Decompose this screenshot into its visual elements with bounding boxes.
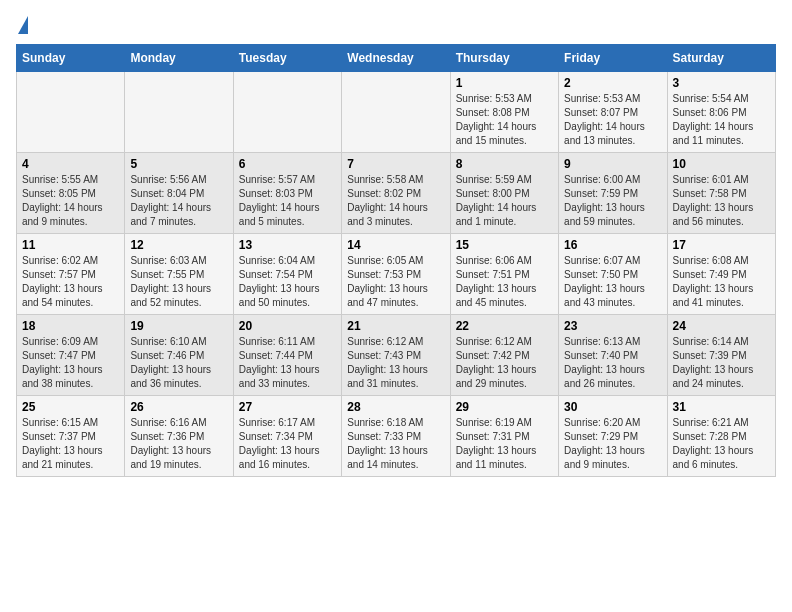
- day-number: 29: [456, 400, 553, 414]
- day-header-sunday: Sunday: [17, 45, 125, 72]
- day-info: Sunrise: 6:20 AM Sunset: 7:29 PM Dayligh…: [564, 416, 661, 472]
- calendar-week-row: 4Sunrise: 5:55 AM Sunset: 8:05 PM Daylig…: [17, 153, 776, 234]
- day-info: Sunrise: 5:53 AM Sunset: 8:07 PM Dayligh…: [564, 92, 661, 148]
- calendar-cell: 11Sunrise: 6:02 AM Sunset: 7:57 PM Dayli…: [17, 234, 125, 315]
- day-number: 11: [22, 238, 119, 252]
- logo-icon: [18, 16, 28, 34]
- day-number: 20: [239, 319, 336, 333]
- day-number: 22: [456, 319, 553, 333]
- calendar-cell: 10Sunrise: 6:01 AM Sunset: 7:58 PM Dayli…: [667, 153, 775, 234]
- day-info: Sunrise: 5:54 AM Sunset: 8:06 PM Dayligh…: [673, 92, 770, 148]
- calendar-cell: 27Sunrise: 6:17 AM Sunset: 7:34 PM Dayli…: [233, 396, 341, 477]
- day-info: Sunrise: 6:04 AM Sunset: 7:54 PM Dayligh…: [239, 254, 336, 310]
- day-info: Sunrise: 6:14 AM Sunset: 7:39 PM Dayligh…: [673, 335, 770, 391]
- day-info: Sunrise: 5:55 AM Sunset: 8:05 PM Dayligh…: [22, 173, 119, 229]
- calendar-cell: 9Sunrise: 6:00 AM Sunset: 7:59 PM Daylig…: [559, 153, 667, 234]
- logo: [16, 16, 30, 34]
- day-info: Sunrise: 6:10 AM Sunset: 7:46 PM Dayligh…: [130, 335, 227, 391]
- calendar-cell: 18Sunrise: 6:09 AM Sunset: 7:47 PM Dayli…: [17, 315, 125, 396]
- day-info: Sunrise: 5:57 AM Sunset: 8:03 PM Dayligh…: [239, 173, 336, 229]
- day-number: 1: [456, 76, 553, 90]
- day-info: Sunrise: 6:06 AM Sunset: 7:51 PM Dayligh…: [456, 254, 553, 310]
- day-number: 8: [456, 157, 553, 171]
- day-number: 13: [239, 238, 336, 252]
- calendar-cell: 14Sunrise: 6:05 AM Sunset: 7:53 PM Dayli…: [342, 234, 450, 315]
- day-header-thursday: Thursday: [450, 45, 558, 72]
- calendar-cell: 16Sunrise: 6:07 AM Sunset: 7:50 PM Dayli…: [559, 234, 667, 315]
- day-number: 16: [564, 238, 661, 252]
- day-number: 21: [347, 319, 444, 333]
- day-info: Sunrise: 6:07 AM Sunset: 7:50 PM Dayligh…: [564, 254, 661, 310]
- calendar-week-row: 25Sunrise: 6:15 AM Sunset: 7:37 PM Dayli…: [17, 396, 776, 477]
- calendar-cell: 13Sunrise: 6:04 AM Sunset: 7:54 PM Dayli…: [233, 234, 341, 315]
- calendar-week-row: 1Sunrise: 5:53 AM Sunset: 8:08 PM Daylig…: [17, 72, 776, 153]
- calendar-body: 1Sunrise: 5:53 AM Sunset: 8:08 PM Daylig…: [17, 72, 776, 477]
- day-info: Sunrise: 6:08 AM Sunset: 7:49 PM Dayligh…: [673, 254, 770, 310]
- calendar-week-row: 18Sunrise: 6:09 AM Sunset: 7:47 PM Dayli…: [17, 315, 776, 396]
- day-number: 26: [130, 400, 227, 414]
- day-info: Sunrise: 6:16 AM Sunset: 7:36 PM Dayligh…: [130, 416, 227, 472]
- day-number: 5: [130, 157, 227, 171]
- day-info: Sunrise: 5:53 AM Sunset: 8:08 PM Dayligh…: [456, 92, 553, 148]
- calendar-week-row: 11Sunrise: 6:02 AM Sunset: 7:57 PM Dayli…: [17, 234, 776, 315]
- day-number: 27: [239, 400, 336, 414]
- day-number: 19: [130, 319, 227, 333]
- day-info: Sunrise: 6:15 AM Sunset: 7:37 PM Dayligh…: [22, 416, 119, 472]
- calendar-cell: 12Sunrise: 6:03 AM Sunset: 7:55 PM Dayli…: [125, 234, 233, 315]
- day-header-friday: Friday: [559, 45, 667, 72]
- day-number: 15: [456, 238, 553, 252]
- day-number: 18: [22, 319, 119, 333]
- day-info: Sunrise: 5:59 AM Sunset: 8:00 PM Dayligh…: [456, 173, 553, 229]
- day-number: 30: [564, 400, 661, 414]
- calendar-cell: 25Sunrise: 6:15 AM Sunset: 7:37 PM Dayli…: [17, 396, 125, 477]
- day-number: 31: [673, 400, 770, 414]
- calendar-cell: 22Sunrise: 6:12 AM Sunset: 7:42 PM Dayli…: [450, 315, 558, 396]
- calendar-table: SundayMondayTuesdayWednesdayThursdayFrid…: [16, 44, 776, 477]
- calendar-cell: 5Sunrise: 5:56 AM Sunset: 8:04 PM Daylig…: [125, 153, 233, 234]
- calendar-header: SundayMondayTuesdayWednesdayThursdayFrid…: [17, 45, 776, 72]
- calendar-cell: [233, 72, 341, 153]
- calendar-cell: [125, 72, 233, 153]
- day-number: 10: [673, 157, 770, 171]
- calendar-cell: 30Sunrise: 6:20 AM Sunset: 7:29 PM Dayli…: [559, 396, 667, 477]
- calendar-cell: 17Sunrise: 6:08 AM Sunset: 7:49 PM Dayli…: [667, 234, 775, 315]
- calendar-cell: 28Sunrise: 6:18 AM Sunset: 7:33 PM Dayli…: [342, 396, 450, 477]
- calendar-cell: [17, 72, 125, 153]
- calendar-cell: 20Sunrise: 6:11 AM Sunset: 7:44 PM Dayli…: [233, 315, 341, 396]
- day-number: 17: [673, 238, 770, 252]
- calendar-cell: 1Sunrise: 5:53 AM Sunset: 8:08 PM Daylig…: [450, 72, 558, 153]
- day-header-wednesday: Wednesday: [342, 45, 450, 72]
- day-number: 7: [347, 157, 444, 171]
- day-number: 12: [130, 238, 227, 252]
- day-number: 3: [673, 76, 770, 90]
- calendar-cell: 8Sunrise: 5:59 AM Sunset: 8:00 PM Daylig…: [450, 153, 558, 234]
- day-info: Sunrise: 6:00 AM Sunset: 7:59 PM Dayligh…: [564, 173, 661, 229]
- calendar-cell: 15Sunrise: 6:06 AM Sunset: 7:51 PM Dayli…: [450, 234, 558, 315]
- day-info: Sunrise: 6:09 AM Sunset: 7:47 PM Dayligh…: [22, 335, 119, 391]
- day-info: Sunrise: 6:05 AM Sunset: 7:53 PM Dayligh…: [347, 254, 444, 310]
- day-info: Sunrise: 6:17 AM Sunset: 7:34 PM Dayligh…: [239, 416, 336, 472]
- day-info: Sunrise: 6:02 AM Sunset: 7:57 PM Dayligh…: [22, 254, 119, 310]
- calendar-cell: 24Sunrise: 6:14 AM Sunset: 7:39 PM Dayli…: [667, 315, 775, 396]
- day-info: Sunrise: 6:13 AM Sunset: 7:40 PM Dayligh…: [564, 335, 661, 391]
- day-info: Sunrise: 6:12 AM Sunset: 7:42 PM Dayligh…: [456, 335, 553, 391]
- day-info: Sunrise: 6:21 AM Sunset: 7:28 PM Dayligh…: [673, 416, 770, 472]
- day-info: Sunrise: 5:58 AM Sunset: 8:02 PM Dayligh…: [347, 173, 444, 229]
- calendar-cell: 3Sunrise: 5:54 AM Sunset: 8:06 PM Daylig…: [667, 72, 775, 153]
- calendar-cell: 26Sunrise: 6:16 AM Sunset: 7:36 PM Dayli…: [125, 396, 233, 477]
- day-number: 25: [22, 400, 119, 414]
- day-header-tuesday: Tuesday: [233, 45, 341, 72]
- calendar-cell: 7Sunrise: 5:58 AM Sunset: 8:02 PM Daylig…: [342, 153, 450, 234]
- day-number: 9: [564, 157, 661, 171]
- calendar-cell: 19Sunrise: 6:10 AM Sunset: 7:46 PM Dayli…: [125, 315, 233, 396]
- calendar-cell: 6Sunrise: 5:57 AM Sunset: 8:03 PM Daylig…: [233, 153, 341, 234]
- day-number: 6: [239, 157, 336, 171]
- day-info: Sunrise: 6:01 AM Sunset: 7:58 PM Dayligh…: [673, 173, 770, 229]
- calendar-cell: 23Sunrise: 6:13 AM Sunset: 7:40 PM Dayli…: [559, 315, 667, 396]
- day-number: 2: [564, 76, 661, 90]
- calendar-cell: 21Sunrise: 6:12 AM Sunset: 7:43 PM Dayli…: [342, 315, 450, 396]
- day-number: 23: [564, 319, 661, 333]
- day-number: 24: [673, 319, 770, 333]
- day-info: Sunrise: 6:03 AM Sunset: 7:55 PM Dayligh…: [130, 254, 227, 310]
- calendar-cell: 31Sunrise: 6:21 AM Sunset: 7:28 PM Dayli…: [667, 396, 775, 477]
